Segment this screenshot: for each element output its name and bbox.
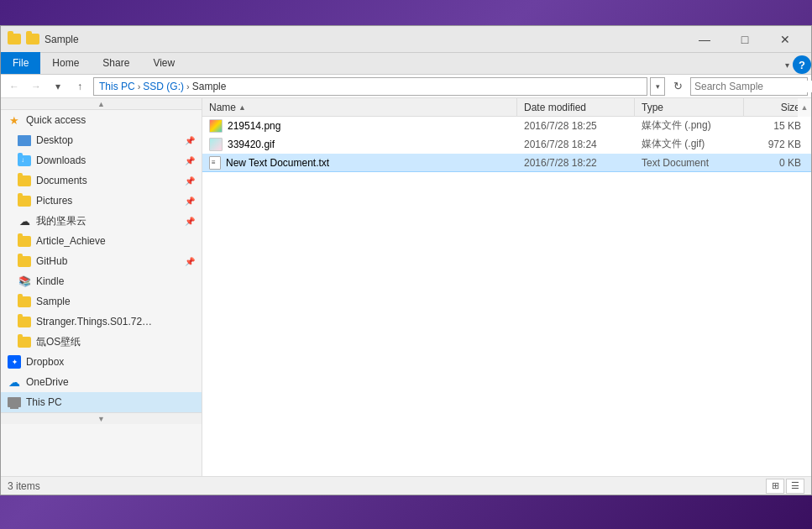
- address-bar-container: ← → ▾ ↑ This PC › SSD (G:) › Sample ▾ ↻ …: [1, 75, 811, 98]
- sidebar-item-documents[interactable]: Documents 📌: [1, 170, 202, 191]
- pin-icon-desktop: 📌: [185, 136, 195, 145]
- sidebar-item-wallpaper[interactable]: 氙OS壁纸: [1, 332, 202, 352]
- folder-title-icon: [8, 34, 21, 45]
- sidebar-item-pictures[interactable]: Pictures 📌: [1, 191, 202, 211]
- star-icon: ★: [8, 113, 21, 127]
- tab-file[interactable]: File: [1, 52, 40, 74]
- file-name-label: 219514.png: [228, 120, 280, 132]
- file-type-cell: Text Document: [635, 154, 744, 171]
- title-bar: Sample — □ ✕: [1, 26, 811, 53]
- view-details-button[interactable]: ⊞: [766, 479, 784, 494]
- desktop-icon: [18, 134, 31, 147]
- sidebar-item-quickaccess[interactable]: ★ Quick access: [1, 110, 202, 130]
- nav-buttons: ← → ▾ ↑: [4, 77, 90, 96]
- sidebar-scroll-down[interactable]: ▼: [1, 412, 202, 424]
- png-icon: [209, 119, 223, 133]
- file-list: ▲ Name ▲ Date modified Type Size: [202, 98, 811, 476]
- txt-icon: [209, 156, 221, 170]
- sidebar-item-nutcloud[interactable]: ☁ 我的坚果云 📌: [1, 211, 202, 231]
- sidebar-item-sample[interactable]: Sample: [1, 291, 202, 312]
- kindle-icon: 📚: [18, 275, 31, 288]
- sidebar-item-stranger[interactable]: Stranger.Things.S01.720p.N: [1, 312, 202, 332]
- pin-icon-github: 📌: [185, 257, 195, 266]
- sidebar-downloads-label: Downloads: [36, 155, 86, 166]
- col-header-type[interactable]: Type: [635, 98, 744, 116]
- file-date-cell: 2016/7/28 18:24: [517, 135, 635, 153]
- file-name-label: New Text Document.txt: [226, 157, 329, 169]
- sidebar-nutcloud-label: 我的坚果云: [36, 214, 86, 228]
- tab-share[interactable]: Share: [91, 52, 141, 74]
- article-folder-icon: [18, 234, 31, 248]
- file-date-label: 2016/7/28 18:25: [524, 120, 597, 132]
- forward-button[interactable]: →: [26, 77, 46, 96]
- sidebar-item-desktop[interactable]: Desktop 📌: [1, 130, 202, 150]
- file-date-label: 2016/7/28 18:22: [524, 157, 597, 169]
- col-header-name[interactable]: Name ▲: [202, 98, 517, 116]
- table-row[interactable]: 339420.gif 2016/7/28 18:24 媒体文件 (.gif) 9…: [202, 135, 811, 154]
- table-row[interactable]: New Text Document.txt 2016/7/28 18:22 Te…: [202, 154, 811, 172]
- tab-view[interactable]: View: [141, 52, 186, 74]
- back-button[interactable]: ←: [4, 77, 24, 96]
- column-headers: ▲ Name ▲ Date modified Type Size: [202, 98, 811, 117]
- col-date-label: Date modified: [524, 102, 586, 113]
- file-type-cell: 媒体文件 (.gif): [635, 135, 744, 153]
- documents-icon: [18, 174, 31, 187]
- file-name-cell: 219514.png: [202, 117, 517, 134]
- pictures-icon: [18, 194, 31, 207]
- breadcrumb[interactable]: This PC › SSD (G:) › Sample: [93, 77, 647, 96]
- ribbon-dropdown-icon[interactable]: ▾: [785, 60, 789, 70]
- sidebar-onedrive-label: OneDrive: [26, 376, 69, 388]
- col-type-label: Type: [642, 102, 663, 113]
- file-date-cell: 2016/7/28 18:25: [517, 117, 635, 134]
- file-type-label: Text Document: [642, 157, 709, 169]
- recent-button[interactable]: ▾: [48, 77, 68, 96]
- refresh-button[interactable]: ↻: [668, 77, 687, 96]
- breadcrumb-sep2: ›: [186, 81, 190, 92]
- status-bar: 3 items ⊞ ☰: [1, 476, 811, 495]
- up-button[interactable]: ↑: [70, 77, 90, 96]
- table-row[interactable]: 219514.png 2016/7/28 18:25 媒体文件 (.png) 1…: [202, 117, 811, 135]
- sidebar-item-thispc[interactable]: This PC: [1, 392, 202, 412]
- help-button[interactable]: ?: [793, 55, 811, 74]
- file-date-label: 2016/7/28 18:24: [524, 139, 597, 150]
- close-button[interactable]: ✕: [766, 26, 804, 53]
- wallpaper-folder-icon: [18, 335, 31, 348]
- content-area: ▲ ★ Quick access Desktop 📌 Downloads: [1, 98, 811, 476]
- maximize-button[interactable]: □: [726, 26, 764, 53]
- minimize-button[interactable]: —: [685, 26, 724, 53]
- sidebar-item-github[interactable]: GitHub 📌: [1, 251, 202, 271]
- file-type-label: 媒体文件 (.gif): [642, 137, 705, 151]
- sidebar-item-kindle[interactable]: 📚 Kindle: [1, 271, 202, 291]
- sidebar-stranger-label: Stranger.Things.S01.720p.N: [36, 316, 154, 327]
- sidebar-wallpaper-label: 氙OS壁纸: [36, 335, 81, 349]
- window-controls: — □ ✕: [685, 26, 804, 53]
- sidebar-scroll-up[interactable]: ▲: [1, 98, 202, 110]
- sidebar-pictures-label: Pictures: [36, 195, 72, 207]
- file-size-cell: 0 KB: [744, 154, 811, 171]
- github-folder-icon: [18, 254, 31, 268]
- file-size-label: 15 KB: [773, 120, 801, 132]
- search-input[interactable]: [694, 81, 812, 92]
- folder-title-icon2: [26, 34, 39, 45]
- thispc-icon: [8, 395, 21, 409]
- sort-arrow-name: ▲: [238, 103, 246, 112]
- stranger-folder-icon: [18, 315, 31, 328]
- sidebar-dropbox-label: Dropbox: [26, 356, 64, 368]
- breadcrumb-thispc[interactable]: This PC: [99, 81, 135, 92]
- sidebar-item-dropbox[interactable]: ✦ Dropbox: [1, 352, 202, 372]
- sidebar-documents-label: Documents: [36, 175, 87, 186]
- view-list-button[interactable]: ☰: [786, 479, 804, 494]
- list-scroll-up[interactable]: ▲: [798, 98, 811, 117]
- col-header-date[interactable]: Date modified: [517, 98, 635, 116]
- sidebar-item-onedrive[interactable]: ☁ OneDrive: [1, 372, 202, 392]
- pin-icon-documents: 📌: [185, 176, 195, 186]
- tab-home[interactable]: Home: [40, 52, 91, 74]
- sidebar-github-label: GitHub: [36, 255, 67, 267]
- sidebar-item-downloads[interactable]: Downloads 📌: [1, 150, 202, 170]
- file-size-cell: 972 KB: [744, 135, 811, 153]
- breadcrumb-ssd[interactable]: SSD (G:): [143, 81, 184, 92]
- title-bar-left: Sample: [8, 34, 79, 45]
- breadcrumb-dropdown[interactable]: ▾: [650, 77, 665, 96]
- sidebar-item-article[interactable]: Article_Achieve: [1, 231, 202, 251]
- file-name-label: 339420.gif: [228, 139, 275, 150]
